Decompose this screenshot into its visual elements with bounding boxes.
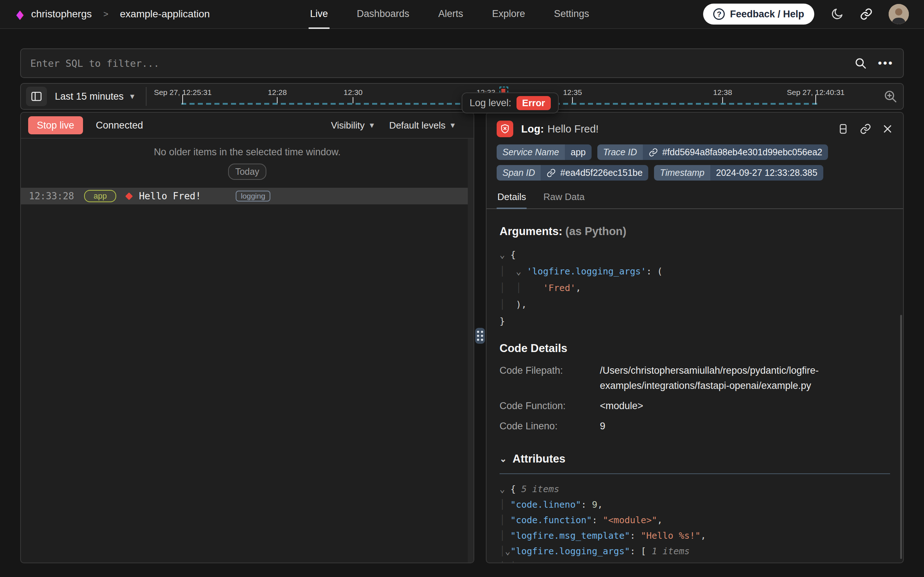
- close-icon[interactable]: [882, 124, 893, 134]
- search-icon[interactable]: [854, 57, 867, 70]
- nav-tab-explore[interactable]: Explore: [490, 0, 527, 29]
- visibility-label: Visibility: [331, 120, 365, 131]
- code-function-label: Code Function:: [500, 398, 600, 413]
- trace-id-value: #fdd5694a8fa98eb4e301d99ebc056ea2: [662, 147, 823, 158]
- timeline-tick-label: 12:35: [563, 88, 582, 97]
- trace-id-badge[interactable]: Trace ID #fdd5694a8fa98eb4e301d99ebc056e…: [597, 144, 828, 160]
- attributes-heading-text: Attributes: [513, 453, 565, 466]
- panel-divider: [474, 112, 486, 563]
- panel-resize-handle[interactable]: [476, 328, 485, 344]
- detail-title-text: Hello Fred!: [548, 123, 599, 135]
- arguments-python-code[interactable]: ⌄ {│ ⌄ 'logfire.logging_args': (│ │ 'Fre…: [500, 247, 890, 330]
- connection-status: Connected: [96, 120, 143, 131]
- user-avatar[interactable]: [889, 4, 909, 24]
- detail-scroll-area: Arguments: (as Python) ⌄ {│ ⌄ 'logfire.l…: [487, 209, 903, 563]
- code-function-value: <module>: [600, 398, 643, 413]
- feedback-help-label: Feedback / Help: [730, 9, 804, 20]
- detail-badges: Service Name app Trace ID #fdd5694a8fa98…: [487, 142, 855, 181]
- chevron-down-icon: ▼: [129, 92, 136, 101]
- share-link-button[interactable]: [860, 8, 873, 21]
- zoom-in-icon: [883, 89, 898, 104]
- dark-mode-toggle[interactable]: [830, 7, 844, 21]
- timeline-tick: [182, 95, 183, 104]
- nav-tab-dashboards[interactable]: Dashboards: [355, 0, 411, 29]
- visibility-dropdown[interactable]: Visibility ▼: [331, 120, 375, 131]
- error-level-badge: Error: [516, 96, 551, 110]
- logfire-logo-icon[interactable]: ◆: [16, 8, 24, 20]
- panel-toggle-icon: [31, 90, 43, 103]
- timeline-tick-label: 12:28: [268, 88, 287, 97]
- scrollbar-track[interactable]: [468, 139, 474, 562]
- detail-tabs: Details Raw Data: [487, 188, 903, 209]
- chevron-down-icon: ⌄: [500, 454, 507, 464]
- logging-tag[interactable]: logging: [236, 191, 270, 201]
- timeline-tick: [572, 97, 573, 103]
- timestamp-label: Timestamp: [654, 165, 710, 181]
- arguments-heading-sub: (as Python): [566, 225, 627, 238]
- nav-tab-live[interactable]: Live: [309, 0, 329, 29]
- tab-details[interactable]: Details: [497, 188, 527, 209]
- sidebar-toggle-button[interactable]: [26, 87, 47, 106]
- timeline-zoom-button[interactable]: [883, 89, 898, 104]
- live-panel-header: Stop live Connected Visibility ▼ Default…: [21, 113, 474, 139]
- scrollbar-thumb[interactable]: [900, 315, 902, 559]
- tab-raw-data[interactable]: Raw Data: [543, 188, 585, 209]
- timeline-tick: [353, 97, 354, 103]
- span-id-label: Span ID: [497, 165, 541, 181]
- timestamp-value: 2024-09-27 12:33:28.385: [710, 165, 823, 181]
- timeline-tick: [277, 97, 278, 103]
- error-diamond-icon: [125, 192, 133, 200]
- attributes-toggle[interactable]: ⌄ Attributes: [500, 453, 890, 466]
- log-row-selected[interactable]: 12:33:28 app Hello Fred! logging: [21, 188, 474, 205]
- avatar-photo: [889, 4, 909, 24]
- moon-icon: [830, 7, 844, 21]
- nav-tab-alerts[interactable]: Alerts: [437, 0, 464, 29]
- service-badge[interactable]: app: [84, 190, 116, 202]
- code-function-row: Code Function: <module>: [500, 398, 890, 413]
- log-detail-panel: Log:Hello Fred! Service Name app: [486, 112, 904, 563]
- shield-x-icon: [500, 124, 510, 134]
- error-shield-badge: [497, 121, 513, 137]
- feedback-help-button[interactable]: ? Feedback / Help: [703, 3, 814, 24]
- link-icon: [649, 148, 658, 157]
- stop-live-button[interactable]: Stop live: [28, 116, 83, 134]
- today-button[interactable]: Today: [228, 164, 267, 180]
- code-filepath-value: /Users/christophersamiullah/repos/pydant…: [600, 363, 845, 393]
- time-range-label: Last 15 minutes: [55, 91, 124, 102]
- code-details-heading: Code Details: [500, 342, 890, 355]
- detail-title: Log:Hello Fred!: [521, 123, 599, 135]
- time-range-dropdown[interactable]: Last 15 minutes ▼: [55, 91, 136, 102]
- nav-tab-settings[interactable]: Settings: [553, 0, 591, 29]
- attributes-json-code[interactable]: ⌄ { 5 items│ "code.lineno": 9,│ "code.fu…: [500, 481, 890, 563]
- tooltip-label: Log level:: [469, 97, 511, 109]
- divider: [146, 87, 146, 106]
- arguments-heading: Arguments: (as Python): [500, 225, 890, 238]
- code-filepath-label: Code Filepath:: [500, 363, 600, 393]
- sql-filter-input[interactable]: [31, 58, 854, 69]
- timeline-tick-label: 12:30: [344, 88, 363, 97]
- timestamp-badge: Timestamp 2024-09-27 12:33:28.385: [654, 165, 823, 181]
- code-lineno-label: Code Lineno:: [500, 419, 600, 434]
- live-panel-body: No older items in the selected time wind…: [21, 139, 474, 562]
- live-log-panel: Stop live Connected Visibility ▼ Default…: [20, 112, 474, 563]
- timeline-tick: [722, 97, 723, 103]
- sql-filter-bar: •••: [20, 48, 904, 78]
- breadcrumb-org[interactable]: christophergs: [31, 8, 92, 20]
- span-id-badge[interactable]: Span ID #ea4d5f226ec151be: [497, 165, 648, 181]
- default-levels-dropdown[interactable]: Default levels ▼: [389, 120, 456, 131]
- detail-title-prefix: Log:: [521, 123, 544, 135]
- chevron-down-icon: ▼: [368, 121, 375, 130]
- more-options-icon[interactable]: •••: [878, 57, 893, 69]
- trace-id-label: Trace ID: [597, 144, 643, 160]
- breadcrumb-separator: >: [103, 9, 108, 19]
- link-icon: [546, 168, 556, 178]
- copy-link-icon[interactable]: [860, 123, 871, 135]
- service-name-label: Service Name: [497, 144, 565, 160]
- attributes-divider: [500, 473, 890, 474]
- panel-view-icon[interactable]: [837, 123, 849, 135]
- code-lineno-row: Code Lineno: 9: [500, 419, 890, 434]
- log-message: Hello Fred!: [139, 191, 201, 201]
- empty-window-message: No older items in the selected time wind…: [21, 139, 474, 158]
- log-level-tooltip: Log level: Error: [462, 92, 559, 113]
- breadcrumb-project[interactable]: example-application: [120, 8, 210, 20]
